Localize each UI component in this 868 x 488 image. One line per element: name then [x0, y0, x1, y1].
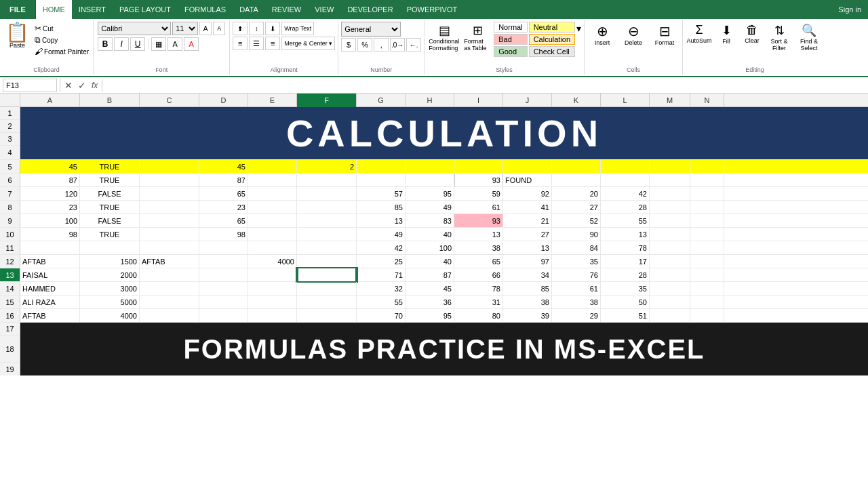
cell-b7[interactable]: FALSE	[80, 187, 140, 200]
cell-f7[interactable]	[297, 187, 357, 200]
col-header-m[interactable]: M	[650, 94, 690, 107]
cell-i9[interactable]: 93	[454, 214, 503, 227]
cell-l8[interactable]: 28	[601, 201, 650, 214]
col-header-f[interactable]: F	[297, 94, 357, 107]
cell-l9[interactable]: 55	[601, 214, 650, 227]
cell-j11[interactable]: 13	[503, 241, 552, 254]
cell-j14[interactable]: 85	[503, 282, 552, 295]
cell-k6[interactable]	[552, 174, 601, 186]
ribbon-tab-view[interactable]: VIEW	[308, 0, 340, 19]
cell-a13[interactable]: FAISAL	[20, 268, 80, 281]
font-name-select[interactable]: Calibri	[98, 22, 171, 35]
cell-h12[interactable]: 40	[406, 255, 454, 268]
decrease-decimal-button[interactable]: ←.	[406, 38, 421, 52]
cell-g6[interactable]	[357, 174, 406, 186]
conditional-formatting-button[interactable]: ▤Conditional Formatting	[427, 22, 461, 53]
cell-g9[interactable]: 13	[357, 214, 406, 227]
cell-i8[interactable]: 61	[454, 201, 503, 214]
cell-k15[interactable]: 38	[552, 296, 601, 308]
cell-n7[interactable]	[690, 187, 724, 200]
cell-a6[interactable]: 87	[20, 174, 80, 186]
cell-m7[interactable]	[650, 187, 690, 200]
cell-g14[interactable]: 32	[357, 282, 406, 295]
cell-e13[interactable]	[248, 268, 297, 281]
cell-j16[interactable]: 39	[503, 309, 552, 322]
currency-button[interactable]: $	[341, 38, 356, 52]
cell-i6[interactable]: 93	[454, 174, 503, 186]
align-bottom-button[interactable]: ⬇	[265, 22, 280, 35]
cell-b13[interactable]: 2000	[80, 268, 140, 281]
cell-m5[interactable]	[650, 160, 690, 173]
col-header-c[interactable]: C	[140, 94, 199, 107]
cell-e15[interactable]	[248, 296, 297, 308]
cell-b16[interactable]: 4000	[80, 309, 140, 322]
cell-i13[interactable]: 66	[454, 268, 503, 281]
ribbon-tab-home[interactable]: HOME	[36, 0, 72, 19]
ribbon-tab-data[interactable]: DATA	[233, 0, 265, 19]
cell-l7[interactable]: 42	[601, 187, 650, 200]
cell-e12[interactable]: 4000	[248, 255, 297, 268]
cell-i16[interactable]: 80	[454, 309, 503, 322]
autosum-button[interactable]: Σ AutoSum	[686, 22, 713, 45]
cell-l6[interactable]	[601, 174, 650, 186]
cell-a8[interactable]: 23	[20, 201, 80, 214]
cell-e10[interactable]	[248, 228, 297, 241]
cell-i12[interactable]: 65	[454, 255, 503, 268]
cell-a7[interactable]: 120	[20, 187, 80, 200]
cell-g8[interactable]: 85	[357, 201, 406, 214]
find-select-button[interactable]: 🔍 Find & Select	[794, 22, 824, 53]
cell-m15[interactable]	[650, 296, 690, 308]
cell-a9[interactable]: 100	[20, 214, 80, 227]
cell-j5[interactable]	[503, 160, 552, 173]
sign-in-button[interactable]: Sign in	[838, 5, 861, 14]
col-header-i[interactable]: I	[454, 94, 503, 107]
col-header-d[interactable]: D	[199, 94, 248, 107]
cell-c16[interactable]	[140, 309, 199, 322]
cell-n10[interactable]	[690, 228, 724, 241]
insert-function-icon[interactable]: fx	[90, 81, 99, 90]
decrease-font-button[interactable]: A	[213, 22, 225, 35]
paste-button[interactable]: 📋 Paste	[3, 22, 32, 50]
cell-h16[interactable]: 95	[406, 309, 454, 322]
cell-c6[interactable]	[140, 174, 199, 186]
cell-l5[interactable]	[601, 160, 650, 173]
cell-a5[interactable]: 45	[20, 160, 80, 173]
cell-m16[interactable]	[650, 309, 690, 322]
cell-n15[interactable]	[690, 296, 724, 308]
col-header-h[interactable]: H	[406, 94, 454, 107]
cell-n14[interactable]	[690, 282, 724, 295]
cell-g16[interactable]: 70	[357, 309, 406, 322]
cell-d12[interactable]	[199, 255, 248, 268]
cell-g15[interactable]: 55	[357, 296, 406, 308]
insert-button[interactable]: ⊕ Insert	[587, 22, 617, 47]
cell-d16[interactable]	[199, 309, 248, 322]
number-format-select[interactable]: General	[341, 22, 401, 37]
cell-m9[interactable]	[650, 214, 690, 227]
cell-i5[interactable]	[454, 160, 503, 173]
cell-b14[interactable]: 3000	[80, 282, 140, 295]
format-painter-button[interactable]: 🖌Format Painter	[33, 46, 90, 57]
underline-button[interactable]: U	[130, 37, 145, 51]
cell-g7[interactable]: 57	[357, 187, 406, 200]
cell-reference-box[interactable]: F13	[3, 79, 57, 92]
cut-button[interactable]: ✂Cut	[33, 23, 90, 34]
cell-m13[interactable]	[650, 268, 690, 281]
cell-m8[interactable]	[650, 201, 690, 214]
cell-b5[interactable]: TRUE	[80, 160, 140, 173]
cell-c14[interactable]	[140, 282, 199, 295]
cell-f9[interactable]	[297, 214, 357, 227]
cell-j13[interactable]: 34	[503, 268, 552, 281]
file-tab[interactable]: FILE	[0, 0, 36, 19]
cell-a14[interactable]: HAMMED	[20, 282, 80, 295]
fill-color-button[interactable]: A	[167, 37, 182, 51]
cell-i10[interactable]: 13	[454, 228, 503, 241]
cell-h5[interactable]	[406, 160, 454, 173]
cell-d7[interactable]: 65	[199, 187, 248, 200]
cell-n12[interactable]	[690, 255, 724, 268]
cell-k13[interactable]: 76	[552, 268, 601, 281]
italic-button[interactable]: I	[114, 37, 129, 51]
percent-button[interactable]: %	[357, 38, 372, 52]
comma-button[interactable]: ,	[374, 38, 389, 52]
cell-k10[interactable]: 90	[552, 228, 601, 241]
cell-f16[interactable]	[297, 309, 357, 322]
